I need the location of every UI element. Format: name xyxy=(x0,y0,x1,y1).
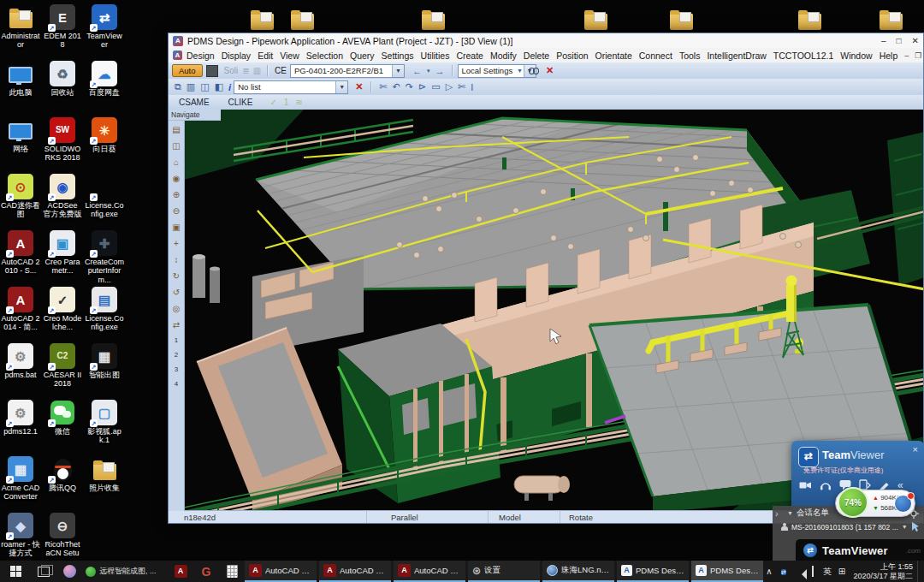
fence-icon[interactable]: ▭ xyxy=(431,81,440,92)
menu-connect[interactable]: Connect xyxy=(639,50,672,61)
session-entry[interactable]: MS-201609101803 (1 157 802 ... ▼ xyxy=(773,520,924,533)
g-app-button[interactable]: G xyxy=(193,561,219,582)
minimize-button[interactable]: – xyxy=(881,36,886,45)
desktop-icon[interactable]: ▣↗Creo Parametr... xyxy=(43,230,82,276)
one-icon[interactable]: 1 xyxy=(284,98,289,107)
desktop-icon[interactable]: ♻回收站 xyxy=(43,61,82,97)
window-tile-icon[interactable]: ◧ xyxy=(215,81,223,92)
desktop-icon[interactable]: ⊙↗CAD迷你看图 xyxy=(1,174,40,219)
teamviewer-tray-icon[interactable]: ⇄ xyxy=(776,567,791,577)
members-icon[interactable]: i xyxy=(228,82,231,92)
task-view-button[interactable] xyxy=(31,561,56,582)
list-combobox[interactable]: No list ▼ xyxy=(234,80,348,94)
clip-icon[interactable]: ✄ xyxy=(379,81,387,92)
csame-button[interactable]: CSAME xyxy=(174,97,215,108)
wave-icon[interactable]: ≋ xyxy=(295,98,302,107)
desktop-icon[interactable]: ◆↗roamer - 快捷方式 xyxy=(1,513,40,558)
desktop-icon[interactable]: 网络 xyxy=(1,117,40,153)
desktop-icon[interactable]: SW↗SOLIDWORKS 2018 xyxy=(43,117,82,163)
desktop-icon[interactable]: Administrator xyxy=(1,4,40,50)
close-button[interactable]: ✕ xyxy=(912,36,919,45)
taskbar-clock[interactable]: 上午 1:55 2020/3/17 星期二 xyxy=(849,562,917,581)
start-button[interactable] xyxy=(0,561,31,582)
desktop-icon[interactable]: 此电脑 xyxy=(1,61,40,97)
nav-tool-icon[interactable]: ▤ xyxy=(169,122,184,138)
taskbar-task-button[interactable]: 珠海LNG.nwd ... xyxy=(542,561,614,582)
menu-help[interactable]: Help xyxy=(880,50,898,61)
ime-indicator[interactable]: 英 xyxy=(820,566,834,578)
taskbar-task-button[interactable]: AAutoCAD 2010... xyxy=(245,561,317,582)
nav-tool-icon[interactable]: ▣ xyxy=(169,219,184,235)
desktop-icon[interactable]: ↗腾讯QQ xyxy=(43,456,82,492)
collapse-icon[interactable]: « xyxy=(897,480,903,490)
tray-expand-icon[interactable]: ∧ xyxy=(761,567,776,576)
desktop-folder-icon[interactable] xyxy=(584,9,605,30)
desktop-icon[interactable]: ⇄↗TeamViewer xyxy=(85,4,124,50)
clike-button[interactable]: CLIKE xyxy=(223,97,258,108)
menu-tools[interactable]: Tools xyxy=(679,50,701,61)
remote-drawing-button[interactable]: 远程智能成图, ... xyxy=(82,561,168,582)
menu-intelligentdraw[interactable]: IntelligentDraw xyxy=(707,50,766,61)
taskbar-task-button[interactable]: AAutoCAD 2010... xyxy=(319,561,391,582)
show-desktop-button[interactable] xyxy=(917,561,921,582)
check-icon[interactable]: ✓ xyxy=(270,98,276,107)
nav-view-button[interactable]: 1 xyxy=(169,333,184,347)
menu-create[interactable]: Create xyxy=(456,50,483,61)
redo-icon[interactable]: ↷ xyxy=(406,81,413,92)
undo-icon[interactable]: ↶ xyxy=(393,81,400,92)
menu-delete[interactable]: Delete xyxy=(524,50,549,61)
menu-design[interactable]: Design xyxy=(187,50,215,61)
menu-orientate[interactable]: Orientate xyxy=(595,50,632,61)
desktop-icon[interactable]: ✓↗Creo Modelche... xyxy=(43,287,82,332)
chevron-down-icon[interactable]: ▼ xyxy=(392,65,404,77)
desktop-icon[interactable]: ▦↗Acme CAD Converter xyxy=(1,456,40,502)
touch-keyboard-icon[interactable]: ⊞ xyxy=(834,567,849,576)
pinned-app-button[interactable] xyxy=(56,561,82,582)
desktop-icon[interactable]: 照片收集 xyxy=(85,456,124,492)
menu-selection[interactable]: Selection xyxy=(306,50,343,61)
menu-query[interactable]: Query xyxy=(350,50,375,61)
nav-view-button[interactable]: 3 xyxy=(169,362,184,377)
desktop-folder-icon[interactable] xyxy=(880,9,900,30)
desktop-icon[interactable]: ⚙↗pdms12.1 xyxy=(1,400,40,436)
save-icon[interactable]: ▥ xyxy=(187,81,195,92)
nav-tool-icon[interactable]: ◉ xyxy=(169,170,184,187)
play-icon[interactable]: ▷ xyxy=(446,81,453,92)
desktop-icon[interactable]: A↗AutoCAD 2014 - 简... xyxy=(1,287,40,332)
desktop-icon[interactable]: ⊖RicohThetaCN Setup.exe xyxy=(43,513,82,567)
maximize-button[interactable]: □ xyxy=(897,36,902,45)
window-titlebar[interactable]: A PDMS Design - Pipework Application - A… xyxy=(169,33,923,49)
display-icon[interactable] xyxy=(805,567,820,576)
desktop-folder-icon[interactable] xyxy=(291,9,311,30)
history-back-button[interactable]: ← xyxy=(412,66,422,76)
nav-tool-icon[interactable]: + xyxy=(169,235,184,252)
color-swatch[interactable] xyxy=(206,65,218,77)
nav-view-button[interactable]: 2 xyxy=(169,347,184,362)
video-icon[interactable] xyxy=(799,480,812,490)
nav-tool-icon[interactable]: ⌂ xyxy=(169,154,184,170)
taskbar-task-button[interactable]: APDMS Design ... xyxy=(691,561,763,582)
menu-view[interactable]: View xyxy=(280,50,299,61)
calculator-button[interactable] xyxy=(219,561,245,582)
panel-expand-icon[interactable]: › xyxy=(775,508,779,519)
nav-tool-icon[interactable]: ◎ xyxy=(169,300,184,317)
mdi-restore-button[interactable]: ❐ xyxy=(915,51,921,60)
autocad-pinned-button[interactable]: A xyxy=(168,561,193,582)
nav-tool-icon[interactable]: ⊖ xyxy=(169,203,184,219)
window-cascade-icon[interactable]: ◫ xyxy=(200,81,209,92)
desktop-icon[interactable]: ▤↗License.Config.exe xyxy=(85,287,124,332)
nav-tool-icon[interactable]: ↻ xyxy=(169,268,184,284)
menu-modify[interactable]: Modify xyxy=(490,50,517,61)
desktop-folder-icon[interactable] xyxy=(251,9,271,30)
ibeam-icon[interactable]: I xyxy=(471,82,473,92)
nav-tool-icon[interactable]: ↺ xyxy=(169,284,184,300)
menu-tcctool12-1[interactable]: TCCTOOL12.1 xyxy=(773,50,833,61)
history-dropdown-icon[interactable]: ▾ xyxy=(427,68,430,74)
nav-view-button[interactable]: 4 xyxy=(169,377,184,391)
desktop-icon[interactable]: C2↗CAESAR II 2018 xyxy=(43,343,82,389)
snip-icon[interactable]: ✄ xyxy=(458,81,465,92)
taskbar-task-button[interactable]: APDMS Design ... xyxy=(617,561,689,582)
toolbar-close-icon[interactable]: ✕ xyxy=(546,65,554,76)
nav-tool-icon[interactable]: ⇄ xyxy=(169,317,184,333)
copy-icon[interactable]: ⧉ xyxy=(175,81,181,92)
